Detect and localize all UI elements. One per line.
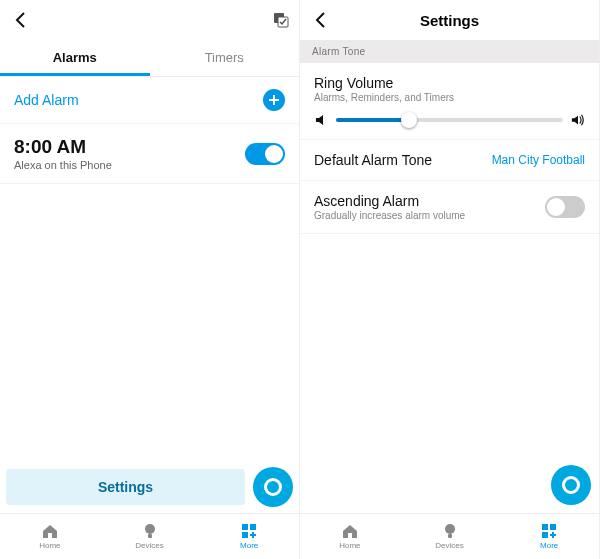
nav-devices-label: Devices xyxy=(135,541,163,550)
ring-volume-sub: Alarms, Reminders, and Timers xyxy=(314,92,585,103)
svg-rect-10 xyxy=(550,524,556,530)
section-header-alarm-tone: Alarm Tone xyxy=(300,40,599,63)
tab-timers[interactable]: Timers xyxy=(150,40,300,76)
nav-home[interactable]: Home xyxy=(0,514,100,559)
home-icon xyxy=(41,523,59,539)
page-title: Settings xyxy=(300,12,599,29)
nav-more[interactable]: More xyxy=(499,514,599,559)
svg-rect-5 xyxy=(250,524,256,530)
settings-button[interactable]: Settings xyxy=(6,469,245,505)
svg-point-2 xyxy=(145,524,155,534)
alarm-toggle[interactable] xyxy=(245,143,285,165)
svg-rect-4 xyxy=(242,524,248,530)
default-tone-value: Man City Football xyxy=(492,153,585,167)
svg-rect-11 xyxy=(542,532,548,538)
ascending-info: Ascending Alarm Gradually increases alar… xyxy=(314,193,465,221)
add-alarm-label: Add Alarm xyxy=(14,92,79,108)
alarm-item[interactable]: 8:00 AM Alexa on this Phone xyxy=(0,124,299,184)
filter-icon[interactable] xyxy=(273,12,289,28)
svg-rect-3 xyxy=(148,534,152,538)
nav-more-label: More xyxy=(540,541,558,550)
ring-volume-title: Ring Volume xyxy=(314,75,585,91)
alarm-info: 8:00 AM Alexa on this Phone xyxy=(14,136,112,171)
speaker-low-icon xyxy=(314,113,328,127)
svg-rect-8 xyxy=(448,534,452,538)
nav-devices[interactable]: Devices xyxy=(100,514,200,559)
bottom-nav: Home Devices More xyxy=(300,513,599,559)
alexa-button[interactable] xyxy=(551,465,591,505)
nav-home-label: Home xyxy=(339,541,360,550)
back-button[interactable] xyxy=(310,7,332,33)
topbar: Settings xyxy=(300,0,599,40)
nav-home-label: Home xyxy=(39,541,60,550)
bottom-nav: Home Devices More xyxy=(0,513,299,559)
grid-plus-icon xyxy=(540,523,558,539)
speaker-high-icon xyxy=(571,113,585,127)
settings-bar: Settings xyxy=(0,461,299,513)
nav-devices[interactable]: Devices xyxy=(400,514,500,559)
bulb-icon xyxy=(141,523,159,539)
ascending-sub: Gradually increases alarm volume xyxy=(314,210,465,221)
alexa-button[interactable] xyxy=(253,467,293,507)
default-tone-title: Default Alarm Tone xyxy=(314,152,432,168)
topbar xyxy=(0,0,299,40)
screen-alarms: Alarms Timers Add Alarm 8:00 AM Alexa on… xyxy=(0,0,300,559)
svg-rect-9 xyxy=(542,524,548,530)
add-alarm-row[interactable]: Add Alarm xyxy=(0,77,299,124)
ascending-toggle[interactable] xyxy=(545,196,585,218)
default-tone-row[interactable]: Default Alarm Tone Man City Football xyxy=(300,140,599,181)
ring-volume-block: Ring Volume Alarms, Reminders, and Timer… xyxy=(300,63,599,140)
tabs: Alarms Timers xyxy=(0,40,299,77)
alarms-content: Add Alarm 8:00 AM Alexa on this Phone xyxy=(0,77,299,461)
back-button[interactable] xyxy=(10,7,32,33)
volume-slider[interactable] xyxy=(336,118,563,122)
settings-content: Ring Volume Alarms, Reminders, and Timer… xyxy=(300,63,599,513)
nav-home[interactable]: Home xyxy=(300,514,400,559)
add-alarm-icon[interactable] xyxy=(263,89,285,111)
alarm-time: 8:00 AM xyxy=(14,136,112,158)
svg-rect-6 xyxy=(242,532,248,538)
bulb-icon xyxy=(441,523,459,539)
nav-devices-label: Devices xyxy=(435,541,463,550)
nav-more[interactable]: More xyxy=(199,514,299,559)
alarm-device: Alexa on this Phone xyxy=(14,159,112,171)
volume-slider-row xyxy=(314,113,585,127)
home-icon xyxy=(341,523,359,539)
nav-more-label: More xyxy=(240,541,258,550)
tab-alarms[interactable]: Alarms xyxy=(0,40,150,76)
svg-point-7 xyxy=(445,524,455,534)
screen-settings: Settings Alarm Tone Ring Volume Alarms, … xyxy=(300,0,600,559)
grid-plus-icon xyxy=(240,523,258,539)
ascending-alarm-row: Ascending Alarm Gradually increases alar… xyxy=(300,181,599,234)
ascending-title: Ascending Alarm xyxy=(314,193,465,209)
